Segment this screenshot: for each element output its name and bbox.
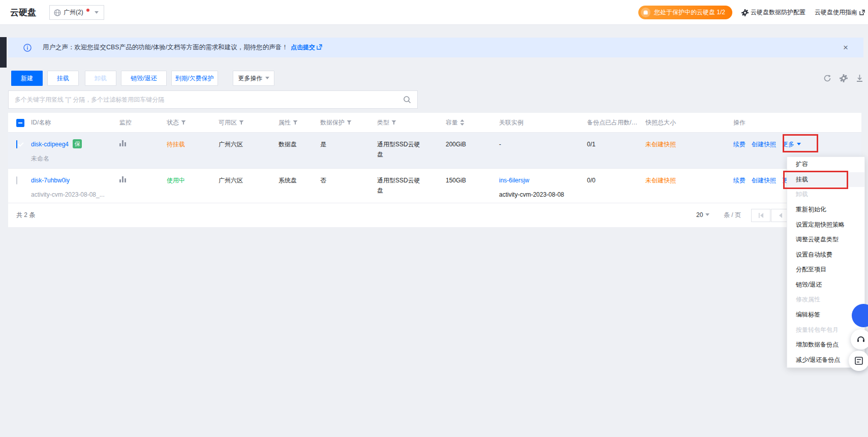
column-monitor: 监控 xyxy=(117,113,164,132)
column-id-name: ID/名称 xyxy=(28,113,117,132)
table-header-row: ID/名称 监控 状态 可用区 属性 数据保护 类型 容量 关联实例 备份点已占… xyxy=(8,113,861,133)
notice-text: 用户之声：欢迎您提交CBS产品的功能/体验/文档等方面的需求和建议，期待您的声音… xyxy=(43,44,288,51)
attach-button[interactable]: 挂载 xyxy=(47,71,79,86)
collapsed-sidebar-edge xyxy=(0,37,7,68)
disk-name: 未命名 xyxy=(31,153,113,164)
menu-item-destroy[interactable]: 销毁/退还 xyxy=(787,277,864,293)
column-data-protection: 数据保护 xyxy=(318,113,375,132)
search-bar xyxy=(8,90,418,109)
destroy-return-button[interactable]: 销毁/退还 xyxy=(121,71,167,86)
user-guide-link[interactable]: 云硬盘使用指南 xyxy=(815,8,865,17)
detach-button[interactable]: 卸载 xyxy=(85,71,116,86)
filter-icon[interactable] xyxy=(391,120,396,125)
snapshot-cell: 未创建快照 xyxy=(643,169,731,203)
topbar-right: 您处于保护中的云硬盘 1/2 云硬盘数据防护配置 云硬盘使用指南 xyxy=(638,0,865,25)
search-input[interactable] xyxy=(9,96,397,103)
gear-icon[interactable] xyxy=(840,74,848,82)
total-count: 共 2 条 xyxy=(16,203,35,227)
chevron-down-icon xyxy=(95,11,99,16)
table-row: disk-cdipeeg4保 未命名 待挂载 广州六区 数据盘 是 通用型SSD… xyxy=(8,133,861,169)
table-row: disk-7uhbw0iy activity-cvm-2023-08-08_..… xyxy=(8,169,861,203)
page-size-select[interactable]: 20 xyxy=(696,203,709,227)
survey-float-button[interactable] xyxy=(849,351,868,371)
menu-item-assign-project[interactable]: 分配至项目 xyxy=(787,262,864,277)
chevron-down-icon xyxy=(797,143,801,147)
sort-icon[interactable] xyxy=(460,119,464,126)
size-cell: 150GiB xyxy=(443,169,497,203)
row-more-button[interactable]: 更多 xyxy=(782,139,801,149)
column-backup: 备份点已占用数/当前备份... xyxy=(584,113,643,132)
chevron-down-icon xyxy=(265,77,269,81)
gear-icon xyxy=(741,9,749,16)
survey-list-icon xyxy=(854,356,863,365)
protected-disks-badge-label: 您处于保护中的云硬盘 1/2 xyxy=(654,8,725,17)
size-cell: 200GiB xyxy=(443,133,497,168)
menu-item-detach[interactable]: 卸载 xyxy=(787,187,864,202)
filter-icon[interactable] xyxy=(293,120,298,125)
column-snapshot-size: 快照总大小 xyxy=(643,113,731,132)
cbs-console-page: 云硬盘 广州(2) 您处于保护中的云硬盘 1/2 云硬盘数据防护配置 云硬盘使用… xyxy=(0,0,868,437)
pagination-bar: 共 2 条 20 条 / 页 xyxy=(8,203,861,227)
more-actions-button[interactable]: 更多操作 xyxy=(233,71,274,86)
protected-disks-badge[interactable]: 您处于保护中的云硬盘 1/2 xyxy=(638,6,732,19)
attr-cell: 数据盘 xyxy=(276,133,318,168)
filter-icon[interactable] xyxy=(181,120,186,125)
menu-item-adjust-type[interactable]: 调整云硬盘类型 xyxy=(787,232,864,247)
menu-item-reinit[interactable]: 重新初始化 xyxy=(787,202,864,217)
disk-name: activity-cvm-2023-08-08_... xyxy=(31,190,113,200)
user-guide-label: 云硬盘使用指南 xyxy=(815,8,857,17)
column-attr: 属性 xyxy=(276,113,318,132)
external-link-icon xyxy=(859,10,865,15)
type-cell: 通用型SSD云硬盘 xyxy=(375,169,443,203)
select-all-checkbox[interactable] xyxy=(16,119,24,127)
status-badge: 使用中 xyxy=(164,169,216,203)
attr-cell: 系统盘 xyxy=(276,169,318,203)
disk-id-link[interactable]: disk-7uhbw0iy xyxy=(31,177,70,184)
page-size-unit: 条 / 页 xyxy=(724,203,741,227)
menu-item-auto-renew[interactable]: 设置自动续费 xyxy=(787,247,864,262)
chevron-down-icon xyxy=(705,213,709,218)
data-protection-config-label: 云硬盘数据防护配置 xyxy=(751,8,805,17)
submit-feedback-link[interactable]: 点击提交 xyxy=(291,44,315,51)
row-checkbox[interactable] xyxy=(16,176,17,184)
table-tool-icons xyxy=(823,74,863,82)
more-actions-label: 更多操作 xyxy=(238,75,263,82)
globe-icon xyxy=(54,9,61,16)
monitor-icon[interactable] xyxy=(119,176,126,182)
instance-id-link[interactable]: ins-6ilersjw xyxy=(499,177,529,184)
menu-item-expand[interactable]: 扩容 xyxy=(787,157,864,172)
menu-item-attach[interactable]: 挂载 xyxy=(787,172,864,188)
column-instance: 关联实例 xyxy=(497,113,584,132)
expire-protect-button[interactable]: 到期/欠费保护 xyxy=(171,71,218,86)
region-notification-dot xyxy=(86,9,89,12)
row-checkbox[interactable] xyxy=(16,140,17,148)
filter-icon[interactable] xyxy=(239,120,244,125)
create-snapshot-link[interactable]: 创建快照 xyxy=(752,175,776,185)
refresh-icon[interactable] xyxy=(823,74,831,82)
search-icon[interactable] xyxy=(397,96,417,104)
data-protection-config-link[interactable]: 云硬盘数据防护配置 xyxy=(741,8,805,17)
menu-item-modify-attr[interactable]: 修改属性 xyxy=(787,292,864,307)
disk-id-link[interactable]: disk-cdipeeg4 xyxy=(31,141,69,148)
renew-link[interactable]: 续费 xyxy=(733,139,746,149)
download-icon[interactable] xyxy=(856,74,863,82)
close-icon[interactable]: × xyxy=(843,38,848,57)
notice-bar: 用户之声：欢迎您提交CBS产品的功能/体验/文档等方面的需求和建议，期待您的声音… xyxy=(8,38,863,57)
data-protection-cell: 否 xyxy=(318,169,375,203)
region-selector[interactable]: 广州(2) xyxy=(49,5,104,20)
first-page-button[interactable] xyxy=(751,209,770,222)
filter-icon[interactable] xyxy=(347,120,352,125)
status-badge: 待挂载 xyxy=(164,133,216,168)
protected-badge: 保 xyxy=(73,139,82,148)
create-snapshot-link[interactable]: 创建快照 xyxy=(752,139,776,149)
create-button[interactable]: 新建 xyxy=(11,71,43,86)
monitor-icon[interactable] xyxy=(119,140,126,146)
backup-cell: 0/1 xyxy=(584,133,643,168)
info-icon xyxy=(23,44,32,52)
renew-link[interactable]: 续费 xyxy=(733,175,746,185)
page-title: 云硬盘 xyxy=(10,0,36,25)
snapshot-cell: 未创建快照 xyxy=(643,133,731,168)
disk-table: ID/名称 监控 状态 可用区 属性 数据保护 类型 容量 关联实例 备份点已占… xyxy=(8,113,861,227)
support-float-button[interactable] xyxy=(851,329,868,350)
menu-item-snapshot-policy[interactable]: 设置定期快照策略 xyxy=(787,217,864,232)
